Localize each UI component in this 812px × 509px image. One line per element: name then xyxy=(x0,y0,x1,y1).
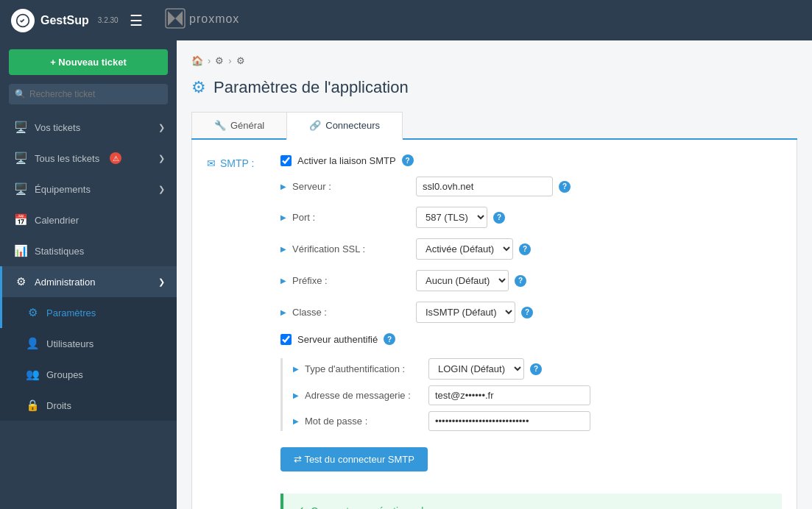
classe-select[interactable]: IsSMTP (Défaut) xyxy=(416,302,515,323)
auth-server-label: Serveur authentifié xyxy=(297,334,378,345)
ssl-select[interactable]: Activée (Défaut) Désactivée xyxy=(416,238,513,260)
sidebar-item-groupes[interactable]: 👥 Groupes xyxy=(0,359,177,390)
port-arrow-icon: ▶ xyxy=(280,213,286,221)
auth-section: ▶ Type d'authentification : LOGIN (Défau… xyxy=(280,358,782,431)
parametres-label: Paramètres xyxy=(46,307,96,318)
port-select[interactable]: 587 (TLS) 465 (SSL) 25 xyxy=(416,207,487,228)
main-layout: + Nouveau ticket 🔍 🖥️ Vos tickets ❯ 🖥️ T… xyxy=(0,40,812,509)
search-area: 🔍 xyxy=(9,84,168,104)
hamburger-icon[interactable]: ☰ xyxy=(130,12,143,29)
new-ticket-button[interactable]: + Nouveau ticket xyxy=(9,49,168,75)
sidebar-item-tous-tickets[interactable]: 🖥️ Tous les tickets ⚠ ❯ xyxy=(0,143,177,174)
smtp-envelope-icon: ✉ xyxy=(207,157,216,169)
svg-marker-3 xyxy=(175,11,183,26)
ssl-help[interactable]: ? xyxy=(519,243,531,255)
administration-label: Administration xyxy=(35,277,95,288)
top-nav: GestSup 3.2.30 ☰ proxmox xyxy=(0,0,812,40)
administration-icon: ⚙ xyxy=(14,275,27,288)
breadcrumb-sep1: › xyxy=(208,55,211,66)
classe-row: ▶ Classe : IsSMTP (Défaut) ? xyxy=(280,302,782,323)
password-input[interactable] xyxy=(428,411,590,431)
sidebar-item-vos-tickets[interactable]: 🖥️ Vos tickets ❯ xyxy=(0,112,177,143)
email-label: Adresse de messagerie : xyxy=(305,390,423,401)
auth-server-help[interactable]: ? xyxy=(384,333,395,345)
search-input[interactable] xyxy=(9,84,168,104)
equipements-arrow: ❯ xyxy=(158,185,165,194)
auth-type-select[interactable]: LOGIN (Défaut) PLAIN NTLM xyxy=(428,358,524,380)
ssl-label: Vérification SSL : xyxy=(292,243,410,254)
server-help[interactable]: ? xyxy=(559,181,571,193)
password-label: Mot de passe : xyxy=(305,416,423,427)
utilisateurs-label: Utilisateurs xyxy=(46,338,93,349)
ssl-row: ▶ Vérification SSL : Activée (Défaut) Dé… xyxy=(280,238,782,260)
port-row: ▶ Port : 587 (TLS) 465 (SSL) 25 ? xyxy=(280,207,782,228)
brand-name: GestSup xyxy=(40,14,89,27)
sidebar-item-statistiques[interactable]: 📊 Statistiques xyxy=(0,235,177,266)
sidebar-item-parametres[interactable]: ⚙ Paramètres xyxy=(0,297,177,328)
tab-general[interactable]: 🔧 Général xyxy=(191,112,286,138)
vos-tickets-label: Vos tickets xyxy=(35,122,80,133)
classe-arrow-icon: ▶ xyxy=(280,308,286,316)
sidebar-item-utilisateurs[interactable]: 👤 Utilisateurs xyxy=(0,328,177,359)
proxmox-logo-area: proxmox xyxy=(165,8,246,32)
tous-tickets-icon: 🖥️ xyxy=(14,152,27,165)
auth-type-help[interactable]: ? xyxy=(530,363,542,375)
settings-card: ✉ SMTP : Activer la liaison SMTP ? ▶ Ser… xyxy=(191,140,797,509)
sidebar-item-calendrier[interactable]: 📅 Calendrier xyxy=(0,204,177,235)
email-arrow: ▶ xyxy=(293,391,299,399)
tab-connecteurs-label: Connecteurs xyxy=(325,120,380,131)
sidebar-item-equipements[interactable]: 🖥️ Équipements ❯ xyxy=(0,174,177,204)
vos-tickets-arrow: ❯ xyxy=(158,123,165,132)
logo-area: GestSup 3.2.30 xyxy=(11,9,119,32)
server-row: ▶ Serveur : ? xyxy=(280,177,782,196)
tous-tickets-badge: ⚠ xyxy=(110,152,121,164)
tab-connecteurs-icon: 🔗 xyxy=(309,120,321,131)
success-banner: ✓ Connecteur opérationnel xyxy=(280,494,782,509)
auth-server-checkbox[interactable] xyxy=(280,334,292,345)
svg-marker-2 xyxy=(168,11,175,26)
auth-server-row: Serveur authentifié ? xyxy=(280,333,782,345)
sidebar-item-administration[interactable]: ⚙ Administration ❯ xyxy=(0,266,177,297)
parametres-icon: ⚙ xyxy=(26,306,39,319)
statistiques-icon: 📊 xyxy=(14,244,27,257)
sidebar: + Nouveau ticket 🔍 🖥️ Vos tickets ❯ 🖥️ T… xyxy=(0,40,177,509)
vos-tickets-icon: 🖥️ xyxy=(14,121,27,134)
prefix-row: ▶ Préfixe : Aucun (Défaut) ? xyxy=(280,270,782,291)
password-arrow: ▶ xyxy=(293,417,299,425)
auth-type-label: Type d'authentification : xyxy=(305,363,423,374)
server-label: Serveur : xyxy=(292,181,410,192)
email-row: ▶ Adresse de messagerie : xyxy=(293,385,782,405)
server-arrow-icon: ▶ xyxy=(280,182,286,191)
test-smtp-button[interactable]: ⇄ Test du connecteur SMTP xyxy=(280,447,428,471)
tab-general-icon: 🔧 xyxy=(214,120,226,131)
port-help[interactable]: ? xyxy=(493,212,505,224)
server-input[interactable] xyxy=(416,177,553,196)
smtp-section: ✉ SMTP : Activer la liaison SMTP ? ▶ Ser… xyxy=(207,154,782,509)
sidebar-item-droits[interactable]: 🔒 Droits xyxy=(0,390,177,421)
auth-type-arrow: ▶ xyxy=(293,365,299,373)
smtp-label: ✉ SMTP : xyxy=(207,154,266,509)
test-button-wrapper: ⇄ Test du connecteur SMTP xyxy=(280,441,782,471)
activate-smtp-checkbox[interactable] xyxy=(280,155,292,166)
activate-smtp-help[interactable]: ? xyxy=(402,154,414,166)
tabs-bar: 🔧 Général 🔗 Connecteurs xyxy=(191,112,797,140)
breadcrumb-home[interactable]: 🏠 xyxy=(191,55,203,66)
classe-help[interactable]: ? xyxy=(521,307,533,318)
classe-label: Classe : xyxy=(292,307,410,318)
main-content: 🏠 › ⚙ › ⚙ ⚙ Paramètres de l'application … xyxy=(177,40,812,509)
breadcrumb-sep2: › xyxy=(228,55,231,66)
prefix-help[interactable]: ? xyxy=(515,275,526,287)
prefix-select[interactable]: Aucun (Défaut) xyxy=(416,270,509,291)
app-version: 3.2.30 xyxy=(98,16,119,24)
tous-tickets-arrow: ❯ xyxy=(158,154,165,163)
tab-general-label: Général xyxy=(230,120,264,131)
ssl-arrow-icon: ▶ xyxy=(280,245,286,253)
page-title-icon: ⚙ xyxy=(191,78,206,97)
search-icon: 🔍 xyxy=(15,89,26,99)
tab-connecteurs[interactable]: 🔗 Connecteurs xyxy=(286,112,403,140)
proxmox-logo: proxmox xyxy=(165,17,246,32)
equipements-label: Équipements xyxy=(35,184,91,195)
activate-smtp-label: Activer la liaison SMTP xyxy=(297,155,396,166)
email-input[interactable] xyxy=(428,385,590,405)
prefix-label: Préfixe : xyxy=(292,275,410,286)
